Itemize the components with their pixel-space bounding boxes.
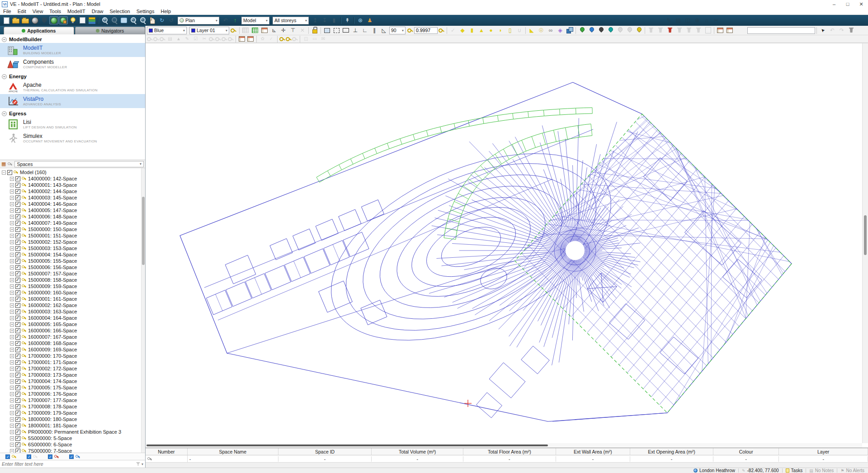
checkbox-checked[interactable] <box>15 411 20 416</box>
tree-space-row[interactable]: + 16000006: 166-Space <box>0 327 145 334</box>
status-location[interactable]: London Heathrow <box>693 468 735 473</box>
checkbox-checked[interactable] <box>15 335 20 340</box>
plan-drawing[interactable] <box>146 43 862 444</box>
tree-space-row[interactable]: + 16000004: 164-Space <box>0 315 145 321</box>
checkbox-checked[interactable] <box>15 404 20 409</box>
tab-navigators[interactable]: Navigators <box>75 27 146 34</box>
select-shape-icon[interactable] <box>322 26 331 34</box>
extrude-prism-icon[interactable]: ◆ <box>458 26 467 34</box>
save-model-icon[interactable] <box>30 16 39 24</box>
tree-scrollbar[interactable] <box>141 168 145 453</box>
menu-item[interactable]: File <box>0 9 14 14</box>
legend-toggle[interactable] <box>48 454 59 459</box>
lock-reference-icon[interactable] <box>310 26 319 34</box>
checkbox-checked[interactable] <box>5 454 10 459</box>
legend-toggle[interactable] <box>69 454 80 459</box>
tree-space-row[interactable]: + 16000005: 165-Space <box>0 321 145 327</box>
collapse-icon[interactable]: − <box>2 74 7 79</box>
menu-item[interactable]: ModelIT <box>64 9 89 14</box>
tree-space-row[interactable]: + 17000006: 176-Space <box>0 391 145 397</box>
tree-space-row[interactable]: + 16000000: 160-Space <box>0 289 145 296</box>
expand-node-icon[interactable]: + <box>10 265 14 270</box>
zoom-extents-icon[interactable]: ✛ <box>100 16 109 24</box>
tree-space-row[interactable]: + 17000008: 178-Space <box>0 403 145 410</box>
tree-space-row[interactable]: + 16000001: 161-Space <box>0 296 145 302</box>
tree-space-row[interactable]: + 15000007: 157-Space <box>0 270 145 277</box>
components-application-icon[interactable] <box>59 16 68 24</box>
pan-hand-icon[interactable] <box>148 16 157 24</box>
zoom-out-icon[interactable]: − <box>138 16 147 24</box>
view-mode-combo[interactable]: Plan ▾ <box>178 17 219 24</box>
table-row[interactable]: -------- <box>146 455 868 463</box>
checkbox-checked[interactable] <box>15 227 20 232</box>
checkbox-checked[interactable] <box>15 240 20 245</box>
tree-space-row[interactable]: + 15000006: 156-Space <box>0 264 145 270</box>
app-item[interactable]: VistaPro ADVANCED ANALYSIS <box>0 94 145 108</box>
menu-item[interactable]: Selection <box>106 9 133 14</box>
tree-space-row[interactable]: + PR000000: Permanent Exhibition Space 3 <box>0 429 145 435</box>
expand-node-icon[interactable]: + <box>10 177 14 181</box>
angle-lock-icon[interactable] <box>407 28 413 33</box>
report-sheet-icon[interactable] <box>78 16 87 24</box>
checkbox-checked[interactable] <box>15 297 20 302</box>
tree-space-row[interactable]: + 14000000: 142-Space <box>0 175 145 182</box>
tree-space-row[interactable]: + 16000003: 163-Space <box>0 308 145 315</box>
filter-input[interactable] <box>2 461 136 467</box>
space-grid-table-icon[interactable] <box>260 26 269 34</box>
expand-node-icon[interactable]: + <box>10 348 14 352</box>
expand-node-icon[interactable]: + <box>10 354 14 358</box>
canvas-vertical-scrollbar[interactable] <box>862 43 868 443</box>
pointer-icon[interactable] <box>818 26 827 34</box>
checkbox-checked[interactable] <box>15 430 20 435</box>
checkbox-checked[interactable] <box>15 309 20 314</box>
table-column-header[interactable]: Space ID <box>278 448 372 455</box>
modelit-application-icon[interactable] <box>49 16 58 24</box>
tree-root-row[interactable]: − Model (160) <box>0 169 145 175</box>
tree-space-row[interactable]: + 16000008: 168-Space <box>0 340 145 346</box>
checkbox-checked[interactable] <box>15 366 20 371</box>
expand-node-icon[interactable]: + <box>10 341 14 345</box>
legend-toggle[interactable] <box>27 454 38 459</box>
expand-node-icon[interactable]: + <box>10 240 14 244</box>
tree-space-row[interactable]: + 15000000: 150-Space <box>0 226 145 232</box>
menu-item[interactable]: Settings <box>133 9 158 14</box>
expand-node-icon[interactable]: + <box>10 303 14 307</box>
checkbox-checked[interactable] <box>15 442 20 447</box>
filter-funnel-icon[interactable] <box>136 462 140 466</box>
checkbox-checked[interactable] <box>15 214 20 219</box>
key-icon[interactable] <box>8 162 13 166</box>
tree-space-row[interactable]: + 16000002: 162-Space <box>0 302 145 308</box>
checkbox-checked[interactable] <box>15 398 20 403</box>
checkbox-checked[interactable] <box>15 265 20 270</box>
status-tasks[interactable]: Tasks <box>786 468 803 473</box>
expand-node-icon[interactable]: + <box>10 253 14 257</box>
tree-space-row[interactable]: + 15000008: 158-Space <box>0 277 145 283</box>
expand-node-icon[interactable]: + <box>10 373 14 377</box>
menu-item[interactable]: Draw <box>89 9 107 14</box>
table-column-header[interactable]: Ext Wall Area (m²) <box>556 448 631 455</box>
checkbox-checked[interactable] <box>15 252 20 257</box>
expand-node-icon[interactable]: + <box>10 284 14 289</box>
draw-parallel-icon[interactable]: ∥ <box>370 26 379 34</box>
zoom-window-icon[interactable] <box>119 16 128 24</box>
menu-item[interactable]: Edit <box>14 9 29 14</box>
tree-space-row[interactable]: + 14000001: 143-Space <box>0 182 145 188</box>
draw-perpendicular-icon[interactable]: ⊥ <box>351 26 360 34</box>
expand-node-icon[interactable]: + <box>10 278 14 282</box>
tree-space-row[interactable]: + 14000005: 147-Space <box>0 207 145 213</box>
tree-space-row[interactable]: + 14000004: 146-Space <box>0 201 145 207</box>
site-data-person-icon[interactable]: ♟ <box>365 16 374 24</box>
checkbox-checked[interactable] <box>15 417 20 422</box>
lighting-tools-icon[interactable] <box>68 16 77 24</box>
roof-wedge-icon[interactable]: ◣ <box>527 26 536 34</box>
checkbox-checked[interactable] <box>15 278 20 283</box>
tree-space-row[interactable]: + 15000003: 153-Space <box>0 245 145 251</box>
zoom-in-icon[interactable]: + <box>129 16 138 24</box>
expand-node-icon[interactable]: + <box>10 202 14 206</box>
space-data-key-icon[interactable] <box>725 26 734 34</box>
tree-space-row[interactable]: + 14000006: 148-Space <box>0 213 145 220</box>
expand-node-icon[interactable]: + <box>10 310 14 314</box>
scale-lock-icon[interactable] <box>439 28 444 33</box>
tree-space-row[interactable]: + 17000007: 177-Space <box>0 397 145 403</box>
tree-space-row[interactable]: + 17000005: 175-Space <box>0 384 145 391</box>
